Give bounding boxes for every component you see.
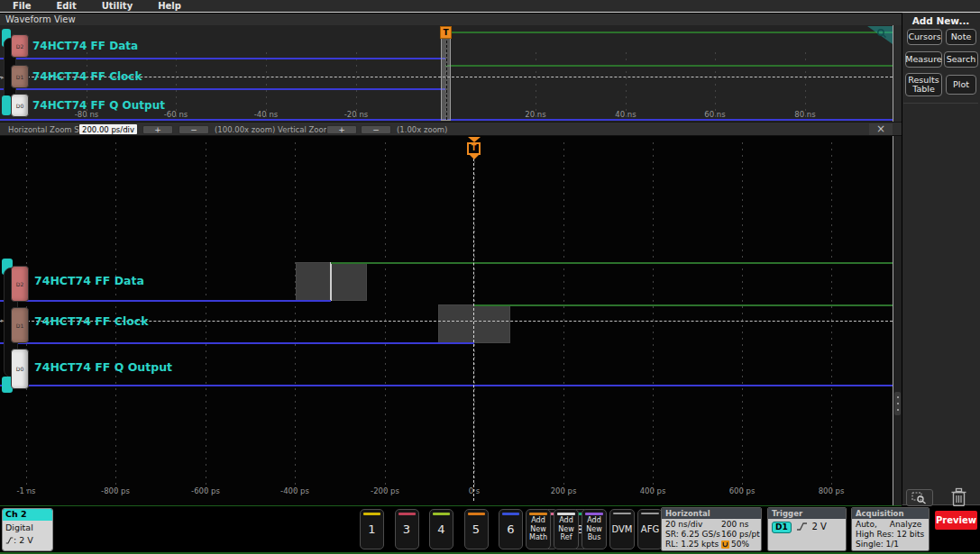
overview-label-clock: 74HCT74 FF Clock — [32, 70, 142, 83]
overview-handle-d0[interactable]: D0 — [11, 94, 29, 117]
menu-file[interactable]: File — [0, 1, 43, 11]
waveform-view-tab[interactable]: Waveform View — [5, 14, 76, 24]
data-edge-line — [330, 262, 332, 301]
overview-tick: -40 ns — [254, 110, 278, 119]
data-low-trace — [0, 300, 331, 302]
note-button[interactable]: Note — [946, 29, 976, 45]
trigger-marker-flag: T — [467, 142, 481, 155]
add-new-title: Add New... — [902, 15, 980, 26]
h-sample-rate: SR: 6.25 GS/s — [665, 530, 720, 540]
main-tick: 800 ps — [819, 486, 845, 495]
search-button[interactable]: Search — [944, 51, 978, 68]
h-resolution: 160 ps/pt (IT — [721, 530, 761, 540]
overview-trigger-marker[interactable]: T — [440, 26, 452, 39]
acquisition-badge[interactable]: Acquisition Auto, Analyze High Res: 12 b… — [851, 507, 930, 551]
bus-color-stripe — [585, 513, 603, 515]
cursors-button[interactable]: Cursors — [907, 29, 942, 45]
ch2-badge[interactable]: Ch 2 Digital : 2 V — [2, 508, 53, 551]
main-tick: 400 ps — [640, 486, 666, 495]
magnifier-icon — [876, 28, 887, 39]
trash-icon[interactable] — [950, 487, 967, 508]
trigger-position-line — [473, 159, 474, 501]
threshold-edge-icon — [5, 537, 14, 544]
add-new-bus-button[interactable]: Add New Bus — [582, 509, 607, 549]
v-zoom-label: Vertical Zoom — [278, 125, 331, 134]
main-handle-d0[interactable]: D0 — [11, 349, 29, 389]
channel-3-button[interactable]: 3 — [395, 509, 419, 549]
grid-line — [563, 142, 564, 494]
main-tick: -800 ps — [101, 486, 130, 495]
rising-edge-icon — [796, 522, 808, 531]
zoom-tool-button[interactable] — [906, 489, 933, 506]
afg-button[interactable]: AFG — [637, 509, 663, 549]
main-tick: -600 ps — [191, 486, 220, 495]
add-new-math-button[interactable]: Add New Math — [526, 509, 551, 549]
trigger-badge[interactable]: Trigger D1 2 V — [767, 507, 847, 551]
menu-bar: File Edit Utility Help — [0, 0, 980, 13]
ch5-color-stripe — [468, 513, 485, 515]
h-zoom-out-button[interactable]: − — [179, 125, 209, 134]
h-zoom-scale-input[interactable] — [79, 124, 137, 134]
ch1-color-stripe — [363, 513, 380, 515]
results-table-button[interactable]: Results Table — [905, 73, 942, 96]
ch2-threshold: : 2 V — [5, 534, 50, 547]
splitter-dots-handle[interactable] — [894, 392, 901, 415]
menu-help[interactable]: Help — [145, 1, 194, 11]
q-low-trace — [0, 385, 893, 386]
overview-tick: 40 ns — [615, 110, 636, 119]
zoom-window-bar[interactable] — [441, 26, 451, 121]
v-zoom-in-button[interactable]: + — [326, 125, 357, 134]
acquisition-title: Acquisition — [852, 508, 929, 519]
ref-color-stripe — [557, 513, 575, 515]
main-trigger-marker[interactable]: T — [466, 137, 481, 159]
main-tick: -200 ps — [371, 486, 399, 495]
channel-1-button[interactable]: 1 — [360, 509, 384, 549]
v-zoom-out-button[interactable]: − — [361, 125, 391, 134]
ch2-type: Digital — [5, 522, 50, 534]
menu-utility[interactable]: Utility — [89, 1, 145, 11]
acq-single: Single: 1/1 — [856, 540, 925, 549]
clock-high-trace — [474, 304, 893, 306]
plot-button[interactable]: Plot — [946, 75, 976, 95]
clock-low-trace — [0, 342, 474, 344]
main-handle-d1[interactable]: D1 — [11, 307, 29, 343]
acq-mode: Auto, — [856, 520, 877, 530]
overview-tick: -20 ns — [344, 110, 368, 119]
data-high-trace — [331, 262, 893, 264]
channel-5-button[interactable]: 5 — [464, 509, 489, 549]
channel-4-button[interactable]: 4 — [429, 509, 453, 549]
ch2-badge-title: Ch 2 — [3, 509, 52, 521]
position-icon — [721, 540, 729, 549]
h-zoom-in-button[interactable]: + — [142, 125, 173, 134]
trigger-source-arrow-icon: ▸ — [1, 74, 5, 81]
main-tick: 0 s — [469, 486, 481, 495]
overview-tick: -60 ns — [164, 110, 188, 119]
overview-label-data: 74HCT74 FF Data — [32, 40, 138, 52]
preview-button[interactable]: Preview — [935, 511, 977, 530]
grid-line — [206, 142, 206, 494]
channel-group-tab-bottom[interactable] — [2, 95, 11, 115]
grid-line — [831, 142, 832, 494]
grid-line — [653, 142, 654, 494]
channel-6-button[interactable]: 6 — [499, 509, 523, 549]
h-scale: 20 ns/div — [665, 520, 720, 530]
main-label-q: 74HCT74 FF Q Output — [34, 360, 172, 374]
h-window: 200 ns — [721, 520, 761, 530]
zoom-window-centerline — [446, 27, 447, 120]
measure-button[interactable]: Measure — [905, 51, 942, 68]
horizontal-badge[interactable]: Horizontal 20 ns/div SR: 6.25 GS/s RL: 1… — [661, 507, 762, 551]
zoom-close-button[interactable]: × — [869, 123, 893, 135]
menu-edit[interactable]: Edit — [43, 1, 88, 11]
trigger-level: 2 V — [811, 522, 826, 531]
zoom-toolbar: Horizontal Zoom Scale + − (100.00x zoom)… — [0, 122, 902, 136]
overview-clock-low-trace — [0, 88, 445, 90]
overview-handle-d1[interactable]: D1 — [11, 65, 29, 88]
trigger-title: Trigger — [768, 508, 846, 519]
overview-handle-d2[interactable]: D2 — [11, 34, 29, 58]
main-handle-d2[interactable]: D2 — [11, 266, 29, 302]
main-tick: -400 ps — [280, 486, 309, 495]
acq-resolution: High Res: 12 bits — [856, 530, 925, 540]
add-new-ref-button[interactable]: Add New Ref — [554, 509, 579, 549]
dvm-button[interactable]: DVM — [609, 509, 635, 549]
tekscope-app: File Edit Utility Help Waveform View -80… — [0, 0, 980, 554]
